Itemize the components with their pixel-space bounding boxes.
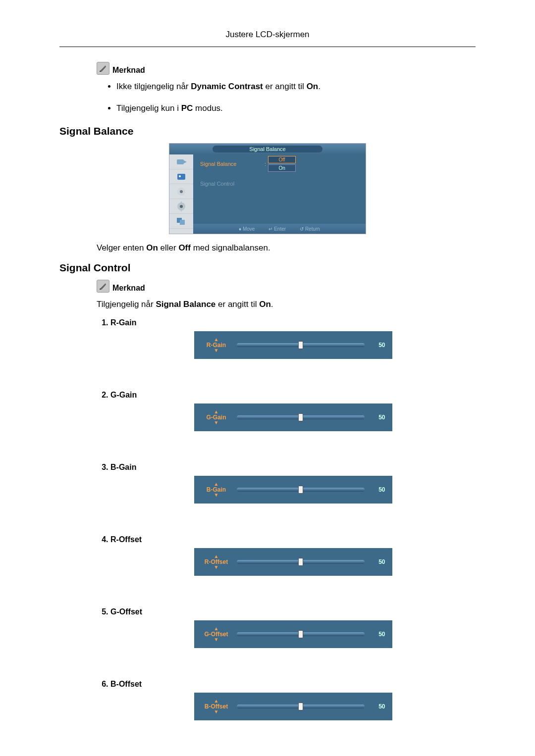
text: Tilgjengelig når xyxy=(97,300,156,309)
control-name: G-Gain xyxy=(110,391,137,399)
svg-rect-0 xyxy=(100,71,101,72)
list-item: G-Gain ▲ G-Gain ▼ 50 xyxy=(110,391,476,431)
osd-footer-move: ♦ Move xyxy=(239,226,255,232)
osd-footer: ♦ Move ↵ Enter ↺ Return xyxy=(193,224,366,234)
list-item: G-Offset ▲ G-Offset ▼ 50 xyxy=(110,607,476,648)
slider-panel-r-gain: ▲ R-Gain ▼ 50 xyxy=(194,331,392,359)
text: . xyxy=(318,82,321,91)
note-icon xyxy=(97,62,109,75)
down-arrow-icon: ▼ xyxy=(214,709,219,714)
slider-value: 50 xyxy=(370,558,385,565)
slider-label: ▲ B-Offset ▼ xyxy=(201,699,232,714)
slider-label: ▲ R-Offset ▼ xyxy=(201,554,232,570)
note-bullet-1: Ikke tilgjengelig når Dynamic Contrast e… xyxy=(116,82,476,92)
slider-track[interactable] xyxy=(237,632,365,636)
osd-tab-setup-icon[interactable] xyxy=(169,199,193,214)
slider-thumb[interactable] xyxy=(298,486,303,494)
osd-row-signal-balance[interactable]: Signal Balance : Off On xyxy=(193,158,366,169)
svg-rect-12 xyxy=(180,220,185,225)
slider-value: 50 xyxy=(370,342,385,349)
signal-control-list: R-Gain ▲ R-Gain ▼ 50 G-Gain ▲ xyxy=(97,318,476,720)
slider-label: ▲ G-Offset ▼ xyxy=(201,626,232,642)
osd-option-off[interactable]: Off xyxy=(268,156,296,163)
note-label: Merknad xyxy=(112,66,145,75)
control-name: R-Gain xyxy=(110,318,136,327)
osd-menu: Signal Balance Signal Balance : Off xyxy=(169,143,366,234)
osd-title: Signal Balance xyxy=(213,146,322,152)
slider-panel-g-gain: ▲ G-Gain ▼ 50 xyxy=(194,403,392,431)
down-arrow-icon: ▼ xyxy=(214,493,219,498)
slider-track[interactable] xyxy=(237,705,365,708)
header-rule xyxy=(59,47,476,47)
slider-thumb[interactable] xyxy=(298,703,303,710)
slider-thumb[interactable] xyxy=(298,630,303,638)
text: . xyxy=(271,300,273,309)
osd-tab-input-icon[interactable] xyxy=(169,154,193,169)
osd-tab-picture-icon[interactable] xyxy=(169,169,193,184)
list-item: B-Offset ▲ B-Offset ▼ 50 xyxy=(110,680,476,720)
osd-tab-sound-icon[interactable] xyxy=(169,184,193,199)
slider-track[interactable] xyxy=(237,415,365,419)
svg-rect-1 xyxy=(177,159,184,164)
text: er angitt til xyxy=(263,82,307,91)
down-arrow-icon: ▼ xyxy=(214,565,219,570)
slider-value: 50 xyxy=(370,631,385,638)
note-bullet-2: Tilgjengelig kun i PC modus. xyxy=(116,103,476,113)
osd-tab-multi-icon[interactable] xyxy=(169,214,193,229)
slider-panel-g-offset: ▲ G-Offset ▼ 50 xyxy=(194,620,392,648)
down-arrow-icon: ▼ xyxy=(214,348,219,353)
svg-rect-3 xyxy=(177,174,185,180)
osd-tab-icons xyxy=(169,154,193,234)
osd-row-label: Signal Balance xyxy=(200,161,265,167)
control-name: R-Offset xyxy=(110,535,142,544)
note-icon xyxy=(97,280,109,293)
svg-rect-9 xyxy=(181,202,182,203)
slider-panel-b-offset: ▲ B-Offset ▼ 50 xyxy=(194,693,392,720)
text: Ikke tilgjengelig når xyxy=(116,82,191,91)
osd-titlebar: Signal Balance xyxy=(169,144,366,154)
control-name: B-Gain xyxy=(110,463,136,471)
heading-signal-control: Signal Control xyxy=(59,262,476,274)
page-title: Justere LCD-skjermen xyxy=(225,30,309,39)
text: eller xyxy=(158,243,179,252)
note-block-1: Merknad Ikke tilgjengelig når Dynamic Co… xyxy=(97,62,476,113)
down-arrow-icon: ▼ xyxy=(214,637,219,642)
slider-label: ▲ G-Gain ▼ xyxy=(201,409,232,425)
slider-thumb[interactable] xyxy=(298,558,303,566)
text: modus. xyxy=(193,103,222,113)
text-bold: On xyxy=(259,300,271,309)
slider-thumb[interactable] xyxy=(298,413,303,421)
signal-balance-desc: Velger enten On eller Off med signalbala… xyxy=(97,243,476,253)
note-bullets: Ikke tilgjengelig når Dynamic Contrast e… xyxy=(97,82,476,113)
osd-row-signal-control[interactable]: Signal Control xyxy=(193,178,366,189)
svg-point-6 xyxy=(180,190,183,193)
slider-thumb[interactable] xyxy=(298,341,303,349)
svg-point-8 xyxy=(180,205,183,208)
list-item: B-Gain ▲ B-Gain ▼ 50 xyxy=(110,463,476,504)
osd-footer-enter: ↵ Enter xyxy=(268,226,286,232)
slider-track[interactable] xyxy=(237,560,365,564)
osd-row-label: Signal Control xyxy=(200,181,265,187)
down-arrow-icon: ▼ xyxy=(214,420,219,425)
slider-panel-b-gain: ▲ B-Gain ▼ 50 xyxy=(194,476,392,504)
text-bold: Dynamic Contrast xyxy=(191,82,263,91)
list-item: R-Gain ▲ R-Gain ▼ 50 xyxy=(110,318,476,359)
slider-track[interactable] xyxy=(237,488,365,492)
list-item: R-Offset ▲ R-Offset ▼ 50 xyxy=(110,535,476,576)
osd-footer-return: ↺ Return xyxy=(300,226,320,232)
svg-rect-13 xyxy=(100,289,101,290)
slider-value: 50 xyxy=(370,703,385,710)
control-name: G-Offset xyxy=(110,607,142,616)
text: Tilgjengelig kun i xyxy=(116,103,181,113)
slider-track[interactable] xyxy=(237,343,365,347)
heading-signal-balance: Signal Balance xyxy=(59,125,476,137)
slider-value: 50 xyxy=(370,414,385,421)
text: Velger enten xyxy=(97,243,146,252)
page-header: Justere LCD-skjermen xyxy=(59,30,476,45)
osd-option-on[interactable]: On xyxy=(268,164,296,172)
svg-point-4 xyxy=(179,175,181,177)
text-bold: On xyxy=(146,243,158,252)
text-bold: PC xyxy=(181,103,193,113)
text-bold: On xyxy=(307,82,319,91)
text: med signalbalansen. xyxy=(191,243,270,252)
